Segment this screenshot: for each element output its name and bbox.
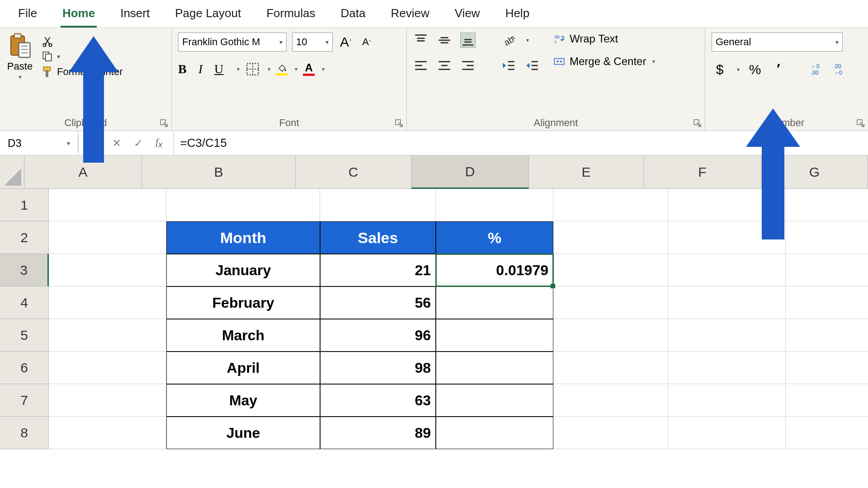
align-bottom-icon[interactable] [460,33,476,48]
align-middle-icon[interactable] [437,33,452,48]
cell-E6[interactable] [553,352,668,384]
cell-F3[interactable] [668,254,786,286]
accounting-dropdown[interactable]: ▾ [735,66,740,73]
cell-D5[interactable] [436,319,553,352]
cell-E3[interactable] [553,254,668,286]
paste-label[interactable]: Paste [7,61,33,72]
cell-A3[interactable] [49,254,166,286]
bold-button[interactable]: B [178,62,187,76]
cell-F8[interactable] [668,417,786,449]
cell-C1[interactable] [320,189,436,221]
tab-formulas[interactable]: Formulas [264,4,317,28]
row-header-5[interactable]: 5 [0,319,49,352]
paste-dropdown[interactable]: ▾ [19,73,22,80]
column-header-E[interactable]: E [529,155,644,189]
tab-file[interactable]: File [16,4,39,28]
insert-function-button[interactable]: fx [156,136,162,150]
paste-icon[interactable] [6,33,33,60]
row-header-8[interactable]: 8 [0,417,49,449]
cell-G8[interactable] [786,417,868,449]
cell-D2[interactable]: % [436,221,553,254]
align-right-icon[interactable] [460,58,476,73]
align-left-icon[interactable] [413,58,429,73]
cell-B4[interactable]: February [166,286,320,319]
cell-D1[interactable] [436,189,553,221]
row-header-3[interactable]: 3 [0,254,49,286]
cell-F7[interactable] [668,384,786,417]
clipboard-launcher[interactable] [160,119,169,128]
cell-D7[interactable] [436,384,553,417]
font-launcher[interactable] [395,119,404,128]
cell-B3[interactable]: January [166,254,320,286]
select-all-corner[interactable] [0,155,24,189]
tab-view[interactable]: View [453,4,482,28]
decrease-indent-icon[interactable] [501,58,516,73]
column-header-D[interactable]: D [411,155,529,189]
align-center-icon[interactable] [437,58,452,73]
fill-color-button[interactable] [276,63,288,75]
cell-B2[interactable]: Month [166,221,320,254]
cell-D6[interactable] [436,352,553,384]
accept-formula-button[interactable]: ✓ [134,137,143,150]
font-color-button[interactable]: A [303,62,315,76]
tab-insert[interactable]: Insert [118,4,151,28]
tab-help[interactable]: Help [504,4,531,28]
copy-dropdown[interactable]: ▾ [57,53,60,60]
cell-D4[interactable] [436,286,553,319]
cell-G7[interactable] [786,384,868,417]
wrap-text-button[interactable]: abc Wrap Text [553,33,655,45]
cell-A2[interactable] [49,221,166,254]
orientation-icon[interactable]: ab [501,33,516,48]
merge-dropdown[interactable]: ▾ [651,58,655,65]
row-header-6[interactable]: 6 [0,352,49,384]
font-color-dropdown[interactable]: ▾ [320,66,325,72]
cell-E8[interactable] [553,417,668,449]
cell-A5[interactable] [49,319,166,352]
cell-C7[interactable]: 63 [320,384,436,417]
tab-home[interactable]: Home [61,4,97,28]
accounting-format-button[interactable]: $ [712,62,728,77]
cell-E5[interactable] [553,319,668,352]
percent-format-button[interactable]: % [747,62,763,77]
tab-page-layout[interactable]: Page Layout [173,4,243,28]
cell-D3[interactable]: 0.01979 [436,254,553,286]
underline-button[interactable]: U [214,62,223,76]
cell-D8[interactable] [436,417,553,449]
cell-B6[interactable]: April [166,352,320,384]
cell-A1[interactable] [49,189,166,221]
cell-C8[interactable]: 89 [320,417,436,449]
cell-A6[interactable] [49,352,166,384]
cell-C3[interactable]: 21 [320,254,436,286]
cell-B5[interactable]: March [166,319,320,352]
cell-F5[interactable] [668,319,786,352]
font-size-select[interactable]: 10▾ [292,33,333,52]
row-header-7[interactable]: 7 [0,384,49,417]
column-header-C[interactable]: C [296,155,411,189]
tab-review[interactable]: Review [389,4,431,28]
cell-B8[interactable]: June [166,417,320,449]
borders-dropdown[interactable]: ▾ [266,66,270,72]
cell-E2[interactable] [553,221,668,254]
cell-G6[interactable] [786,352,868,384]
name-box[interactable]: D3 ▾ [3,134,75,152]
cell-C6[interactable]: 98 [320,352,436,384]
merge-center-button[interactable]: Merge & Center ▾ [553,55,655,68]
italic-button[interactable]: I [198,62,203,76]
cell-C4[interactable]: 56 [320,286,436,319]
cell-F6[interactable] [668,352,786,384]
increase-decimal-button[interactable]: ←0.00 [810,63,826,76]
alignment-launcher[interactable] [693,119,702,128]
comma-format-button[interactable]: ʼ [770,61,787,77]
cell-F4[interactable] [668,286,786,319]
fill-color-dropdown[interactable]: ▾ [293,66,297,72]
cell-A4[interactable] [49,286,166,319]
column-header-F[interactable]: F [644,155,761,189]
row-header-2[interactable]: 2 [0,221,49,254]
cell-G5[interactable] [786,319,868,352]
decrease-decimal-button[interactable]: .00→0 [833,63,848,76]
borders-button[interactable] [245,61,260,77]
row-header-4[interactable]: 4 [0,286,49,319]
cell-C5[interactable]: 96 [320,319,436,352]
cell-E4[interactable] [553,286,668,319]
increase-indent-icon[interactable] [524,58,540,73]
